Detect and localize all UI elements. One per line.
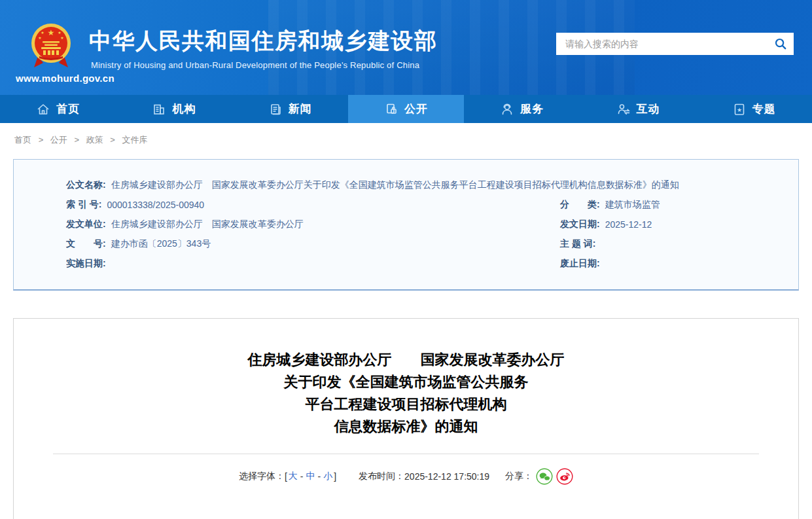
breadcrumb-separator: > — [110, 135, 115, 145]
news-icon — [268, 102, 283, 116]
dash-separator: - — [300, 471, 304, 482]
meta-row: 发文单位: 住房城乡建设部办公厅 国家发展改革委办公厅 发文日期: 2025-1… — [66, 215, 798, 234]
svg-text:★: ★ — [41, 31, 44, 35]
meta-label-implementation-date: 实施日期: — [66, 258, 106, 270]
search-button[interactable] — [774, 37, 787, 50]
breadcrumb-item-disclosure[interactable]: 公开 — [50, 135, 67, 145]
meta-label-issue-date: 发文日期: — [560, 219, 600, 230]
weibo-icon — [556, 468, 573, 485]
meta-label-category: 分 类: — [560, 199, 600, 211]
svg-text:★: ★ — [58, 31, 61, 35]
font-size-medium-link[interactable]: 中 — [306, 471, 315, 482]
meta-label-doc-name: 公文名称: — [66, 179, 106, 191]
article-divider — [53, 454, 759, 454]
breadcrumb-item-policy[interactable]: 政策 — [86, 135, 103, 145]
article-title-line: 住房城乡建设部办公厅 国家发展改革委办公厅 — [14, 349, 798, 371]
topics-icon: ★ — [732, 102, 747, 116]
font-size-label: 选择字体： — [239, 471, 285, 482]
svg-text:★: ★ — [60, 36, 63, 40]
nav-tab-news[interactable]: 新闻 — [232, 95, 348, 123]
meta-value-issue-date: 2025-12-12 — [605, 219, 652, 230]
nav-tab-label: 专题 — [752, 101, 776, 116]
search-icon — [774, 37, 787, 50]
article-title-line: 信息数据标准》的通知 — [14, 416, 798, 438]
disclosure-icon — [384, 102, 398, 116]
article-title-line: 平台工程建设项目招标代理机构 — [14, 393, 798, 416]
svg-text:★: ★ — [48, 28, 55, 37]
nav-tab-disclosure[interactable]: 公开 — [348, 95, 464, 123]
meta-row: 索 引 号: 000013338/2025-00940 分 类: 建筑市场监管 — [66, 195, 798, 215]
interaction-icon — [616, 102, 631, 116]
nav-tab-topics[interactable]: ★ 专题 — [696, 95, 812, 123]
meta-value-issuing-unit: 住房城乡建设部办公厅 国家发展改革委办公厅 — [111, 219, 304, 230]
meta-value-category: 建筑市场监管 — [605, 199, 660, 211]
site-header: ★ ★ ★ ★ ★ www.mohurd.gov.cn 中华人民共和国住房和城乡… — [0, 0, 812, 95]
breadcrumb-item-home[interactable]: 首页 — [14, 135, 31, 145]
national-emblem-logo: ★ ★ ★ ★ ★ — [30, 21, 72, 72]
breadcrumb-item-library[interactable]: 文件库 — [122, 135, 148, 145]
meta-label-index-number: 索 引 号: — [66, 199, 101, 211]
nav-tab-home[interactable]: 首页 — [0, 95, 116, 123]
breadcrumb-separator: > — [74, 135, 79, 145]
meta-label-doc-number: 文 号: — [66, 238, 106, 250]
article-toolbar: 选择字体： [ 大 - 中 - 小 ] 发布时间： 2025-12-12 17:… — [14, 468, 798, 485]
nav-tab-service[interactable]: 服务 — [464, 95, 580, 123]
search-box — [556, 33, 794, 55]
wechat-icon — [536, 468, 553, 485]
article-title-line: 关于印发《全国建筑市场监管公共服务 — [14, 371, 798, 393]
nav-tab-label: 首页 — [56, 101, 80, 116]
nav-tab-label: 机构 — [172, 101, 196, 116]
nav-tab-organization[interactable]: 机构 — [116, 95, 232, 123]
meta-label-issuing-unit: 发文单位: — [66, 219, 106, 230]
document-metadata-panel: 公文名称: 住房城乡建设部办公厅 国家发展改革委办公厅关于印发《全国建筑市场监管… — [13, 159, 799, 291]
article-panel: 住房城乡建设部办公厅 国家发展改革委办公厅 关于印发《全国建筑市场监管公共服务 … — [13, 318, 799, 519]
bracket-close: ] — [334, 471, 336, 482]
nav-tab-label: 公开 — [404, 101, 428, 116]
meta-value-index-number: 000013338/2025-00940 — [107, 200, 204, 210]
nav-tab-interaction[interactable]: 互动 — [580, 95, 696, 123]
share-label: 分享： — [505, 471, 533, 482]
weibo-share-button[interactable] — [556, 468, 573, 485]
article-title: 住房城乡建设部办公厅 国家发展改革委办公厅 关于印发《全国建筑市场监管公共服务 … — [14, 349, 798, 438]
svg-text:★: ★ — [737, 106, 742, 113]
service-icon — [500, 102, 514, 116]
font-size-small-link[interactable]: 小 — [323, 471, 332, 482]
search-input[interactable] — [565, 39, 774, 49]
organization-icon — [152, 102, 166, 116]
site-title-english: Ministry of Housing and Urban-Rural Deve… — [91, 60, 419, 70]
nav-tab-label: 互动 — [637, 101, 660, 116]
main-navigation: 首页 机构 新闻 公开 — [0, 95, 812, 123]
wechat-share-button[interactable] — [536, 468, 553, 485]
dash-separator: - — [318, 471, 321, 482]
meta-label-repeal-date: 废止日期: — [560, 258, 600, 270]
meta-row: 实施日期: 废止日期: — [66, 254, 798, 274]
bracket-open: [ — [285, 471, 287, 482]
nav-tab-label: 新闻 — [289, 101, 312, 116]
meta-label-subject-words: 主 题 词: — [560, 238, 595, 250]
meta-row: 文 号: 建办市函〔2025〕343号 主 题 词: — [66, 234, 798, 254]
svg-text:★: ★ — [38, 36, 41, 40]
meta-value-doc-number: 建办市函〔2025〕343号 — [111, 238, 211, 250]
home-icon — [36, 102, 50, 116]
meta-value-doc-name: 住房城乡建设部办公厅 国家发展改革委办公厅关于印发《全国建筑市场监管公共服务平台… — [111, 179, 679, 191]
breadcrumb-separator: > — [39, 135, 44, 145]
publish-time-value: 2025-12-12 17:50:19 — [404, 471, 489, 482]
site-url: www.mohurd.gov.cn — [16, 73, 115, 84]
publish-time-label: 发布时间： — [359, 471, 404, 482]
breadcrumb: 首页 > 公开 > 政策 > 文件库 — [0, 123, 812, 146]
nav-tab-label: 服务 — [520, 101, 544, 116]
font-size-large-link[interactable]: 大 — [289, 471, 298, 482]
site-title-chinese: 中华人民共和国住房和城乡建设部 — [89, 26, 438, 56]
